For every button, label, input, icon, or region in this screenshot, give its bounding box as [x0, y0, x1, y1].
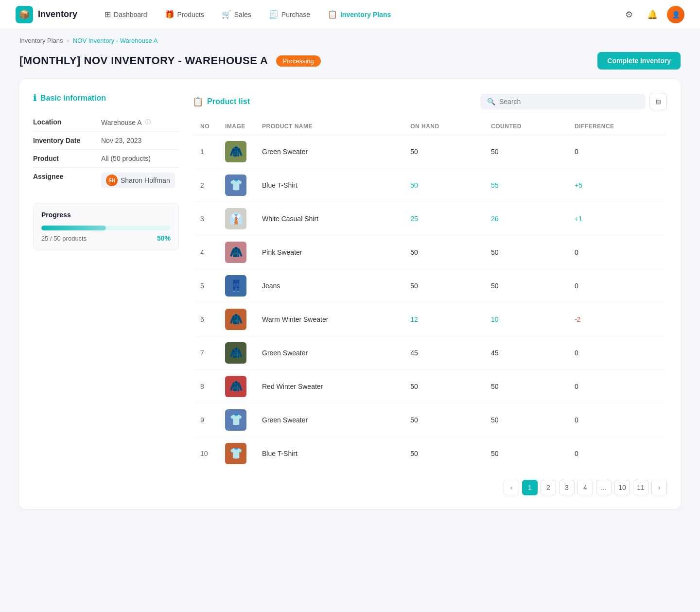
- assignee-row: Assignee SH Sharon Hoffman: [33, 168, 179, 193]
- product-table: NO IMAGE PRODUCT NAME ON HAND COUNTED DI…: [192, 118, 667, 470]
- main-content: ℹ Basic information Location Warehouse A…: [0, 79, 700, 528]
- row-product-name: Jeans: [254, 269, 402, 303]
- row-no: 7: [192, 336, 217, 370]
- inventory-date-row: Inventory Date Nov 23, 2023: [33, 132, 179, 150]
- product-swatch: 🧥: [225, 242, 246, 263]
- sales-icon: 🛒: [222, 10, 231, 19]
- product-table-body: 1 🧥 Green Sweater 50 50 0 2 👕 Blue T-Shi…: [192, 135, 667, 471]
- nav-sales-label: Sales: [234, 11, 251, 18]
- assignee-name: Sharon Hoffman: [121, 176, 170, 184]
- row-on-hand: 50: [402, 269, 483, 303]
- nav-purchase[interactable]: 🧾 Purchase: [261, 6, 318, 23]
- inventory-plans-icon: 📋: [328, 10, 337, 19]
- product-swatch: 👕: [225, 443, 246, 464]
- row-product-name: White Casual Shirt: [254, 202, 402, 236]
- table-header-row: NO IMAGE PRODUCT NAME ON HAND COUNTED DI…: [192, 118, 667, 135]
- product-swatch: 👔: [225, 208, 246, 229]
- progress-bar-fill: [41, 226, 106, 230]
- product-swatch: 🧥: [225, 342, 246, 364]
- progress-card: Progress 25 / 50 products 50%: [33, 203, 179, 250]
- pagination-next[interactable]: ›: [651, 480, 667, 495]
- row-no: 8: [192, 370, 217, 403]
- row-difference: 0: [567, 236, 667, 269]
- row-no: 3: [192, 202, 217, 236]
- table-row: 7 🧥 Green Sweater 45 45 0: [192, 336, 667, 370]
- product-swatch: 🧥: [225, 376, 246, 397]
- nav-inventory-plans-label: Inventory Plans: [340, 11, 391, 18]
- row-on-hand: 12: [402, 303, 483, 336]
- user-avatar[interactable]: 👤: [667, 6, 684, 23]
- table-header: NO IMAGE PRODUCT NAME ON HAND COUNTED DI…: [192, 118, 667, 135]
- progress-text: 25 / 50 products: [41, 235, 87, 242]
- pagination-page-2[interactable]: 2: [541, 480, 556, 495]
- basic-info-title: ℹ Basic information: [33, 93, 179, 104]
- pagination: ‹ 1 2 3 4 ... 10 11 ›: [192, 470, 667, 495]
- nav-actions: ⚙ 🔔 👤: [620, 6, 684, 23]
- progress-bar-container: [41, 226, 171, 230]
- location-value: Warehouse A ⓘ: [101, 118, 151, 126]
- left-panel: ℹ Basic information Location Warehouse A…: [33, 93, 179, 495]
- assignee-tag: SH Sharon Hoffman: [101, 173, 175, 188]
- assignee-label: Assignee: [33, 173, 101, 188]
- product-label: Product: [33, 155, 101, 162]
- row-product-name: Green Sweater: [254, 135, 402, 169]
- pagination-page-1[interactable]: 1: [522, 480, 538, 495]
- nav-dashboard[interactable]: ⊞ Dashboard: [97, 6, 155, 23]
- search-icon: 🔍: [487, 98, 495, 105]
- row-counted: 50: [483, 135, 567, 169]
- purchase-icon: 🧾: [269, 10, 279, 19]
- product-list-title: 📋 Product list: [192, 96, 250, 107]
- row-counted: 26: [483, 202, 567, 236]
- row-product-name: Green Sweater: [254, 403, 402, 437]
- brand: 📦 Inventory: [16, 6, 77, 23]
- row-image: 👖: [217, 269, 254, 303]
- row-counted: 50: [483, 370, 567, 403]
- row-on-hand: 50: [402, 370, 483, 403]
- settings-button[interactable]: ⚙: [620, 6, 638, 23]
- row-on-hand: 25: [402, 202, 483, 236]
- col-image: IMAGE: [217, 118, 254, 135]
- col-no: NO: [192, 118, 217, 135]
- nav-purchase-label: Purchase: [281, 11, 310, 18]
- navbar: 📦 Inventory ⊞ Dashboard 🎁 Products 🛒 Sal…: [0, 0, 700, 29]
- products-icon: 🎁: [165, 10, 175, 19]
- table-row: 2 👕 Blue T-Shirt 50 55 +5: [192, 169, 667, 202]
- gear-icon: ⚙: [625, 9, 633, 20]
- notifications-button[interactable]: 🔔: [644, 6, 661, 23]
- row-no: 4: [192, 236, 217, 269]
- col-product-name: PRODUCT NAME: [254, 118, 402, 135]
- complete-inventory-button[interactable]: Complete Inventory: [597, 52, 681, 70]
- table-row: 1 🧥 Green Sweater 50 50 0: [192, 135, 667, 169]
- breadcrumb: Inventory Plans › NOV Inventory - Wareho…: [0, 29, 700, 48]
- page-header: [MONTHLY] NOV INVENTORY - WAREHOUSE A Pr…: [0, 48, 700, 79]
- nav-dashboard-label: Dashboard: [114, 11, 147, 18]
- row-image: 🧥: [217, 370, 254, 403]
- filter-button[interactable]: ⊟: [649, 93, 667, 110]
- product-value: All (50 products): [101, 155, 151, 162]
- pagination-prev[interactable]: ‹: [504, 480, 519, 495]
- row-no: 5: [192, 269, 217, 303]
- bell-icon: 🔔: [647, 9, 658, 20]
- product-swatch: 🧥: [225, 309, 246, 330]
- right-panel: 📋 Product list 🔍 ⊟ NO: [192, 93, 667, 495]
- nav-inventory-plans[interactable]: 📋 Inventory Plans: [320, 6, 399, 23]
- row-product-name: Green Sweater: [254, 336, 402, 370]
- row-difference: -2: [567, 303, 667, 336]
- pagination-page-4[interactable]: 4: [578, 480, 593, 495]
- pagination-page-10[interactable]: 10: [614, 480, 630, 495]
- row-on-hand: 50: [402, 135, 483, 169]
- nav-sales[interactable]: 🛒 Sales: [214, 6, 259, 23]
- table-row: 3 👔 White Casual Shirt 25 26 +1: [192, 202, 667, 236]
- nav-products[interactable]: 🎁 Products: [157, 6, 212, 23]
- assignee-value: SH Sharon Hoffman: [101, 173, 175, 188]
- location-row: Location Warehouse A ⓘ: [33, 113, 179, 132]
- product-row: Product All (50 products): [33, 150, 179, 168]
- pagination-page-11[interactable]: 11: [633, 480, 648, 495]
- search-input[interactable]: [499, 98, 639, 105]
- row-counted: 55: [483, 169, 567, 202]
- breadcrumb-parent[interactable]: Inventory Plans: [19, 37, 63, 44]
- row-on-hand: 45: [402, 336, 483, 370]
- pagination-page-3[interactable]: 3: [559, 480, 575, 495]
- row-image: 👔: [217, 202, 254, 236]
- row-image: 🧥: [217, 236, 254, 269]
